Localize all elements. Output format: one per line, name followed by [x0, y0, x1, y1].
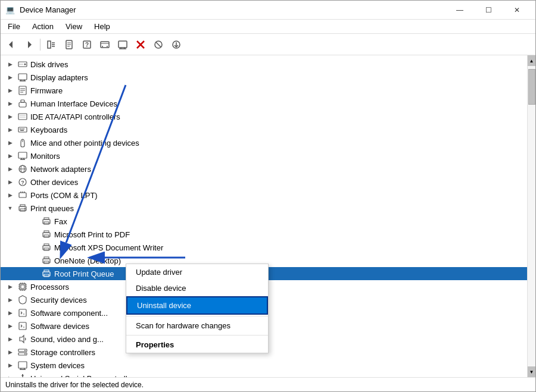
title-bar-controls: — ☐ ✕ [446, 1, 531, 19]
svg-rect-75 [44, 257, 49, 259]
expand-keyboards[interactable]: ▶ [5, 125, 15, 134]
svg-rect-94 [19, 309, 26, 316]
disable-button[interactable] [150, 36, 167, 53]
expand-print-queues[interactable]: ▼ [5, 203, 15, 213]
storage-controllers-icon [17, 347, 28, 357]
scroll-down-button[interactable]: ▼ [528, 366, 535, 377]
display-adapters-label: Display adapters [30, 73, 88, 82]
forward-button[interactable] [21, 36, 38, 53]
tree-item-monitors[interactable]: ▶ Monitors [1, 149, 527, 162]
svg-rect-72 [44, 244, 49, 246]
expand-software-components[interactable]: ▶ [5, 308, 15, 318]
svg-rect-66 [44, 218, 49, 219]
expand-display-adapters[interactable]: ▶ [5, 73, 15, 82]
tree-item-ports[interactable]: ▶ Ports (COM & LPT) [1, 189, 527, 202]
expand-other-devices[interactable]: ▶ [5, 177, 15, 187]
expand-mice[interactable]: ▶ [5, 138, 15, 148]
help-button[interactable]: ? [79, 36, 95, 53]
expand-security-devices[interactable]: ▶ [5, 295, 15, 305]
ctx-properties[interactable]: Properties [126, 337, 268, 353]
tree-item-display-adapters[interactable]: ▶ Display adapters [1, 71, 527, 84]
update-driver-toolbar-button[interactable] [96, 36, 113, 53]
expand-monitors[interactable]: ▶ [5, 151, 15, 161]
scan-button[interactable] [114, 36, 131, 53]
expand-human-interface[interactable]: ▶ [5, 99, 15, 108]
properties-button[interactable] [61, 36, 77, 53]
monitors-label: Monitors [30, 152, 60, 161]
svg-line-100 [21, 326, 22, 327]
expand-network-adapters[interactable]: ▶ [5, 164, 15, 174]
menu-file[interactable]: File [3, 21, 25, 32]
expand-software-devices[interactable]: ▶ [5, 321, 15, 331]
scroll-thumb[interactable] [528, 69, 535, 105]
firmware-icon [17, 85, 28, 96]
menu-view[interactable]: View [61, 21, 87, 32]
expand-ports[interactable]: ▶ [5, 190, 15, 200]
expand-storage-controllers[interactable]: ▶ [5, 347, 15, 357]
software-devices-label: Software devices [30, 322, 89, 331]
scroll-track[interactable] [528, 66, 535, 366]
svg-point-15 [107, 46, 108, 47]
ctx-scan-changes[interactable]: Scan for hardware changes [126, 318, 268, 334]
scroll-up-button[interactable]: ▲ [528, 55, 535, 66]
svg-rect-69 [44, 231, 49, 233]
show-hide-button[interactable] [43, 36, 60, 53]
print-queues-icon [17, 203, 28, 214]
tree-item-ide-ata[interactable]: ▶ IDE ATA/ATAPI controllers [1, 110, 527, 123]
menu-help[interactable]: Help [89, 21, 115, 32]
uninstall-button[interactable] [132, 36, 149, 53]
tree-item-human-interface[interactable]: ▶ Human Interface Devices [1, 97, 527, 110]
tree-item-ms-pdf[interactable]: ▶ Microsoft Print to PDF [1, 228, 527, 241]
tree-item-other-devices[interactable]: ▶ ? Other devices [1, 175, 527, 189]
back-button[interactable] [3, 36, 20, 53]
ctx-uninstall-device[interactable]: Uninstall device [126, 296, 268, 315]
toolbar-separator-1 [40, 39, 40, 51]
root-print-queue-label: Root Print Queue [54, 269, 114, 278]
monitors-icon [17, 150, 28, 161]
expand-usb-controllers[interactable]: ▶ [5, 374, 15, 377]
svg-rect-42 [18, 127, 27, 132]
expand-disk-drives[interactable]: ▶ [5, 59, 15, 69]
tree-item-network-adapters[interactable]: ▶ Network adapters [1, 162, 527, 175]
mice-label: Mice and other pointing devices [30, 139, 139, 148]
expand-processors[interactable]: ▶ [5, 282, 15, 291]
device-manager-window: 💻 Device Manager — ☐ ✕ File Action View … [0, 0, 536, 392]
tree-item-firmware[interactable]: ▶ Firmware [1, 84, 527, 97]
onenote-label: OneNote (Desktop) [54, 256, 121, 265]
disk-drives-label: Disk drives [30, 60, 68, 69]
tree-item-print-queues[interactable]: ▼ Print queues [1, 202, 527, 215]
svg-rect-44 [21, 128, 23, 130]
expand-system-devices[interactable]: ▶ [5, 360, 15, 370]
expand-firmware[interactable]: ▶ [5, 86, 15, 95]
expand-ide-ata[interactable]: ▶ [5, 112, 15, 121]
svg-rect-12 [101, 42, 109, 48]
close-button[interactable]: ✕ [503, 1, 531, 19]
other-devices-label: Other devices [30, 178, 78, 187]
menu-action[interactable]: Action [27, 21, 58, 32]
device-tree[interactable]: ▶ Disk drives ▶ Display adapters ▶ Firmw… [1, 55, 527, 377]
download-button[interactable] [168, 36, 185, 53]
scrollbar[interactable]: ▲ ▼ [527, 55, 535, 377]
expand-sound-video[interactable]: ▶ [5, 334, 15, 344]
tree-item-ms-xps[interactable]: ▶ Microsoft XPS Document Writer [1, 241, 527, 254]
context-menu: Update driver Disable device Uninstall d… [126, 264, 269, 353]
minimize-button[interactable]: — [446, 1, 473, 19]
usb-controllers-icon [17, 373, 28, 377]
ctx-update-driver[interactable]: Update driver [126, 264, 268, 280]
ports-label: Ports (COM & LPT) [30, 191, 98, 200]
tree-item-keyboards[interactable]: ▶ Keyboards [1, 123, 527, 136]
software-devices-icon [17, 321, 28, 331]
tree-item-fax[interactable]: ▶ Fax [1, 215, 527, 228]
maximize-button[interactable]: ☐ [475, 1, 502, 19]
human-interface-label: Human Interface Devices [30, 99, 117, 108]
tree-item-disk-drives[interactable]: ▶ Disk drives [1, 58, 527, 71]
tree-item-usb-controllers[interactable]: ▶ Universal Serial Bus controllers [1, 372, 527, 377]
tree-item-system-devices[interactable]: ▶ System devices [1, 359, 527, 372]
firmware-label: Firmware [30, 86, 63, 95]
svg-rect-16 [119, 41, 127, 48]
ctx-disable-device[interactable]: Disable device [126, 280, 268, 296]
svg-point-27 [24, 64, 26, 65]
sound-video-label: Sound, video and g... [30, 335, 104, 344]
svg-rect-45 [23, 128, 24, 130]
tree-item-mice[interactable]: ▶ Mice and other pointing devices [1, 136, 527, 149]
